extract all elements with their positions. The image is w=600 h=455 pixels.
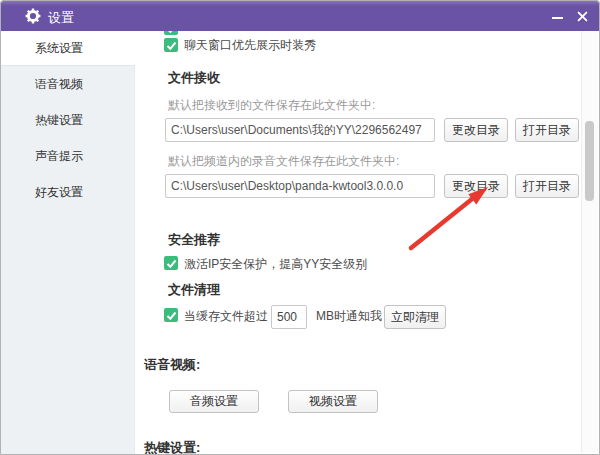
- audio-settings-button[interactable]: 音频设置: [169, 390, 259, 413]
- close-icon: [577, 11, 588, 22]
- cache-notify-suffix-label: MB时通知我: [316, 309, 382, 323]
- receive-path-input[interactable]: [165, 118, 435, 142]
- settings-content: 聊天窗口优先展示时装秀 文件接收 默认把接收到的文件保存在此文件夹中: 更改目录…: [1, 31, 582, 455]
- window-title: 设置: [48, 9, 74, 27]
- ip-protect-label: 激活IP安全保护，提高YY安全级别: [184, 257, 367, 271]
- file-receive-title: 文件接收: [168, 70, 220, 86]
- check-icon: [165, 31, 178, 35]
- cache-notify-prefix-label: 当缓存文件超过: [184, 309, 268, 323]
- check-icon: [165, 39, 178, 52]
- check-icon: [165, 309, 178, 322]
- open-dir-button-record[interactable]: 打开目录: [515, 174, 579, 198]
- change-dir-button-record[interactable]: 更改目录: [444, 174, 508, 198]
- cache-size-input[interactable]: [271, 305, 307, 329]
- minimize-icon: [552, 17, 563, 19]
- chat-show-label: 聊天窗口优先展示时装秀: [184, 38, 316, 52]
- minimize-button[interactable]: [546, 6, 568, 26]
- record-path-input[interactable]: [165, 174, 435, 198]
- scrollbar-thumb[interactable]: [585, 121, 594, 201]
- file-clean-title: 文件清理: [168, 282, 220, 298]
- change-dir-button-receive[interactable]: 更改目录: [444, 118, 508, 142]
- record-path-label: 默认把频道内的录音文件保存在此文件夹中:: [168, 154, 399, 169]
- titlebar: 设置: [1, 1, 599, 31]
- chat-show-checkbox[interactable]: [164, 38, 178, 52]
- voice-video-title: 语音视频:: [144, 357, 200, 373]
- ip-protect-checkbox[interactable]: [164, 256, 178, 270]
- video-settings-button[interactable]: 视频设置: [288, 390, 378, 413]
- receive-path-label: 默认把接收到的文件保存在此文件夹中:: [168, 98, 375, 113]
- clipped-top-checkbox[interactable]: [164, 31, 178, 35]
- gear-icon: [25, 8, 41, 24]
- check-icon: [165, 257, 178, 270]
- hotkey-title: 热键设置:: [144, 440, 200, 455]
- open-dir-button-receive[interactable]: 打开目录: [515, 118, 579, 142]
- security-title: 安全推荐: [168, 232, 220, 248]
- close-button[interactable]: [571, 6, 593, 26]
- settings-window: 设置 系统设置 语音视频 热键设置 声音提示 好友设置 聊天窗口优先展示时装秀 …: [0, 0, 600, 455]
- scrollbar: [581, 31, 598, 453]
- cache-notify-checkbox[interactable]: [164, 308, 178, 322]
- clean-now-button[interactable]: 立即清理: [384, 305, 446, 329]
